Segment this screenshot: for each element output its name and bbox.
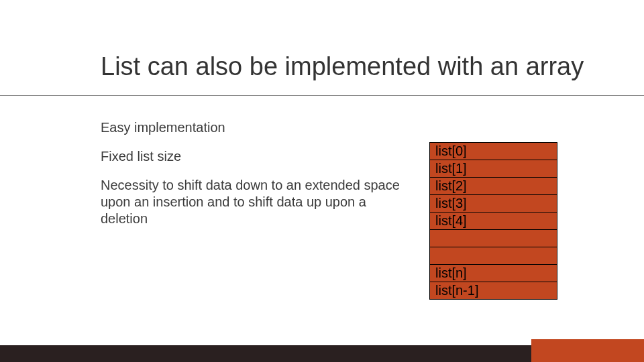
array-row: list[4] <box>430 213 557 230</box>
slide: List can also be implemented with an arr… <box>0 0 644 362</box>
bullet-1: Easy implementation <box>101 119 402 136</box>
array-cell: list[2] <box>430 178 557 195</box>
body-text: Easy implementation Fixed list size Nece… <box>101 119 402 239</box>
array-cell: list[3] <box>430 195 557 213</box>
array-cell: list[0] <box>430 143 557 160</box>
footer-accent-block <box>531 339 644 362</box>
array-row: list[n-1] <box>430 282 557 300</box>
array-cell: list[n-1] <box>430 282 557 300</box>
array-row: list[2] <box>430 178 557 195</box>
array-row: list[3] <box>430 195 557 213</box>
array-row <box>430 247 557 265</box>
array-cell: list[n] <box>430 265 557 282</box>
bullet-2: Fixed list size <box>101 148 402 165</box>
array-cell-empty <box>430 247 557 265</box>
array-row: list[n] <box>430 265 557 282</box>
array-cell-empty <box>430 230 557 247</box>
array-row: list[1] <box>430 160 557 178</box>
bullet-3: Necessity to shift data down to an exten… <box>101 177 402 227</box>
slide-title: List can also be implemented with an arr… <box>101 52 584 81</box>
array-cell: list[1] <box>430 160 557 178</box>
array-row <box>430 230 557 247</box>
footer-band <box>0 339 644 362</box>
array-diagram: list[0] list[1] list[2] list[3] list[4] … <box>429 142 557 300</box>
footer-dark-strip <box>0 345 531 362</box>
array-row: list[0] <box>430 143 557 160</box>
array-cell: list[4] <box>430 213 557 230</box>
title-underline <box>0 95 644 96</box>
